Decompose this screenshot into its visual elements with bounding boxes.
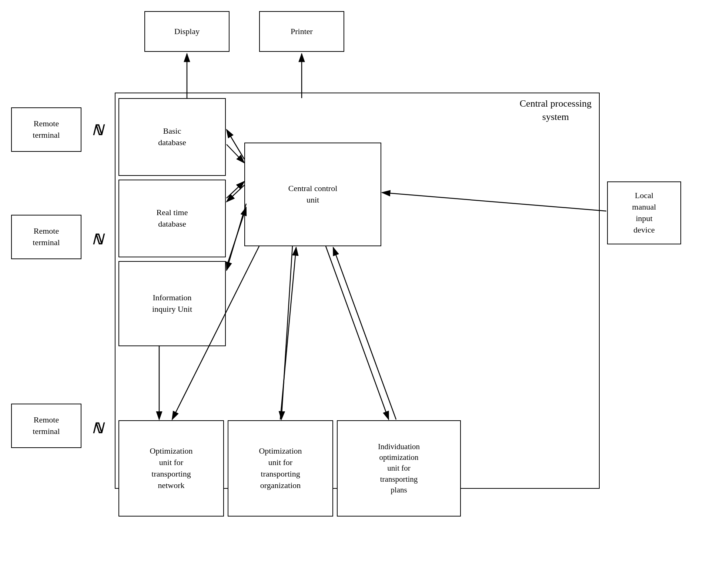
network-symbol-2: ℕ — [92, 231, 103, 248]
central-control-box: Central controlunit — [244, 143, 381, 246]
diagram: Display Printer Remoteterminal Remoteter… — [0, 0, 710, 588]
real-time-database-box: Real timedatabase — [118, 180, 226, 257]
remote-terminal-2: Remoteterminal — [11, 215, 81, 259]
display-box: Display — [144, 11, 230, 52]
local-manual-box: Localmanualinputdevice — [607, 181, 681, 244]
basic-database-label: Basicdatabase — [158, 126, 186, 148]
opt-network-label: Optimizationunit fortransportingnetwork — [150, 445, 192, 491]
opt-plans-label: Individuationoptimizationunit fortranspo… — [378, 441, 420, 496]
opt-organization-box: Optimizationunit fortransportingorganiza… — [228, 420, 333, 517]
info-inquiry-label: Informationinquiry Unit — [152, 292, 192, 315]
remote-terminal-1: Remoteterminal — [11, 107, 81, 152]
opt-organization-label: Optimizationunit fortransportingorganiza… — [259, 445, 302, 491]
basic-database-box: Basicdatabase — [118, 98, 226, 176]
local-manual-label: Localmanualinputdevice — [632, 190, 656, 235]
printer-label: Printer — [291, 26, 313, 37]
display-label: Display — [174, 26, 200, 37]
opt-network-box: Optimizationunit fortransportingnetwork — [118, 420, 224, 517]
central-processing-label: Central processingsystem — [520, 97, 592, 124]
remote-terminal-3-label: Remoteterminal — [33, 414, 60, 437]
remote-terminal-2-label: Remoteterminal — [33, 225, 60, 248]
real-time-database-label: Real timedatabase — [157, 207, 188, 230]
central-control-label: Central controlunit — [288, 183, 338, 206]
remote-terminal-3: Remoteterminal — [11, 404, 81, 448]
opt-plans-box: Individuationoptimizationunit fortranspo… — [337, 420, 461, 517]
printer-box: Printer — [259, 11, 344, 52]
info-inquiry-box: Informationinquiry Unit — [118, 261, 226, 346]
network-symbol-3: ℕ — [92, 420, 103, 437]
network-symbol-1: ℕ — [92, 122, 103, 138]
remote-terminal-1-label: Remoteterminal — [33, 118, 60, 141]
